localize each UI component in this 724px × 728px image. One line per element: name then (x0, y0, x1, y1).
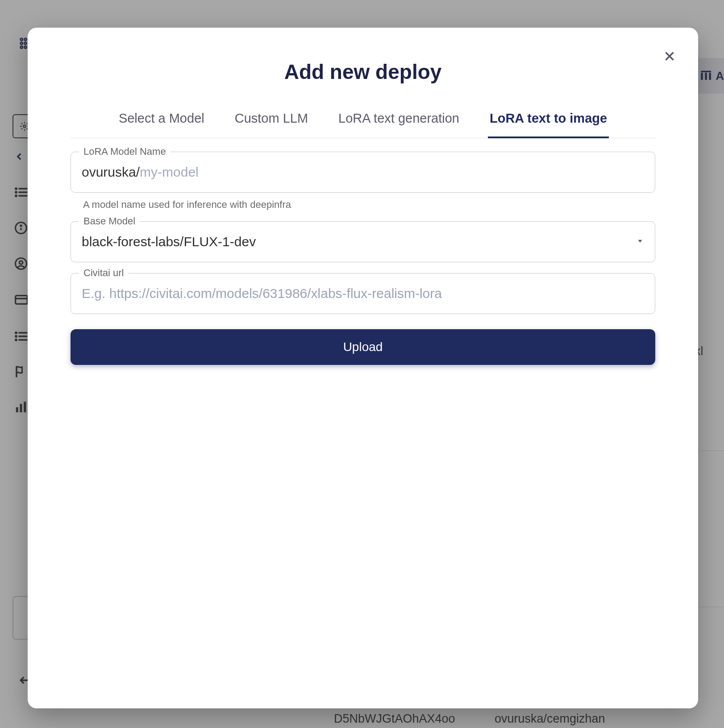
model-name-prefix: ovuruska/ (82, 165, 140, 180)
civitai-url-input[interactable] (82, 286, 644, 301)
model-name-placeholder[interactable]: my-model (140, 165, 199, 180)
field-base-model[interactable]: Base Model black-forest-labs/FLUX-1-dev (71, 221, 655, 262)
deploy-form: LoRA Model Name ovuruska/my-model A mode… (71, 152, 655, 365)
close-icon[interactable] (661, 47, 678, 65)
chevron-down-icon (636, 237, 644, 247)
base-model-value: black-forest-labs/FLUX-1-dev (82, 234, 256, 249)
field-legend: LoRA Model Name (79, 146, 171, 157)
modal-title: Add new deploy (49, 60, 677, 84)
tab-custom-llm[interactable]: Custom LLM (233, 106, 310, 138)
field-legend: Civitai url (79, 267, 128, 279)
tab-select-model[interactable]: Select a Model (117, 106, 206, 138)
field-model-name: LoRA Model Name ovuruska/my-model (71, 152, 655, 193)
model-name-helper: A model name used for inference with dee… (83, 199, 655, 211)
tab-lora-text-to-image[interactable]: LoRA text to image (488, 106, 609, 138)
upload-button[interactable]: Upload (71, 329, 655, 365)
svg-marker-39 (638, 240, 642, 243)
modal-overlay: Add new deploy Select a Model Custom LLM… (0, 0, 724, 728)
field-civitai-url: Civitai url (71, 273, 655, 314)
modal-tabs: Select a Model Custom LLM LoRA text gene… (71, 105, 655, 138)
field-legend: Base Model (79, 215, 140, 227)
add-deploy-modal: Add new deploy Select a Model Custom LLM… (28, 28, 698, 708)
tab-lora-text-gen[interactable]: LoRA text generation (337, 106, 461, 138)
